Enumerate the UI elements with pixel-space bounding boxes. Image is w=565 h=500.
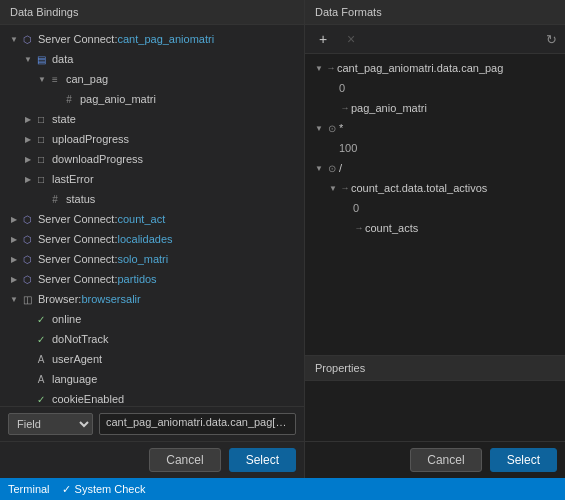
add-format-button[interactable]: + [313,29,333,49]
format-item-r7[interactable]: count_act.data.total_activos [305,178,565,198]
format-item-r4[interactable]: ⊙ * [305,118,565,138]
lasterror-label: lastError [52,173,94,185]
r6-label: / [339,162,342,174]
arrow-right-r7 [339,182,351,194]
tree-item-browser[interactable]: ◫ Browser: browsersalir [0,289,304,309]
check-icon-cookie: ✓ [34,392,48,406]
arrow-r1 [313,62,325,74]
arrow-r7 [327,182,339,194]
tree-item-state[interactable]: □ state [0,109,304,129]
arrow-right-r1 [325,62,337,74]
online-label: online [52,313,81,325]
data-bindings-tree: ⬡ Server Connect: cant_pag_aniomatri ▤ d… [0,25,304,406]
browser-icon: ◫ [20,292,34,306]
status-bar: Terminal ✓ System Check [0,478,565,500]
sc5-link: partidos [117,273,156,285]
tree-item-sc4[interactable]: ⬡ Server Connect: solo_matri [0,249,304,269]
left-panel-buttons: Cancel Select [0,441,304,478]
donottrack-label: doNotTrack [52,333,108,345]
properties-content [305,381,565,441]
tree-item-status[interactable]: # status [0,189,304,209]
format-item-r3[interactable]: pag_anio_matri [305,98,565,118]
cookie-label: cookieEnabled [52,393,124,405]
status-terminal[interactable]: Terminal [8,483,50,495]
field-value-display: cant_pag_aniomatri.data.can_pag[0].pag_a… [99,413,296,435]
arrow-sc2 [8,213,20,225]
tree-item-data1[interactable]: ▤ data [0,49,304,69]
field-bar: Field Expression cant_pag_aniomatri.data… [0,406,304,441]
download-label: downloadProgress [52,153,143,165]
format-item-r9[interactable]: count_acts [305,218,565,238]
tree-item-cookie[interactable]: ✓ cookieEnabled [0,389,304,406]
paganio-label: pag_anio_matri [80,93,156,105]
format-item-r8[interactable]: 0 [305,198,565,218]
tree-item-download[interactable]: □ downloadProgress [0,149,304,169]
left-select-button[interactable]: Select [229,448,296,472]
terminal-label: Terminal [8,483,50,495]
check-icon-online: ✓ [34,312,48,326]
state-icon: □ [34,112,48,126]
arrow-data1 [22,53,34,65]
error-icon: □ [34,172,48,186]
status-system-check[interactable]: ✓ System Check [62,483,146,496]
tree-item-lasterror[interactable]: □ lastError [0,169,304,189]
arrow-browser [8,293,20,305]
format-toolbar: + × ↻ [305,25,565,54]
browser-link: browsersalir [81,293,140,305]
server-icon-sc5: ⬡ [20,272,34,286]
sc3-link: localidades [117,233,172,245]
check-icon-donottrack: ✓ [34,332,48,346]
arrow-lasterror [22,173,34,185]
format-tree: cant_pag_aniomatri.data.can_pag 0 pag_an… [305,54,565,355]
sc2-label: Server Connect: [38,213,117,225]
format-item-r2[interactable]: 0 [305,78,565,98]
right-select-button[interactable]: Select [490,448,557,472]
tree-item-paganio[interactable]: # pag_anio_matri [0,89,304,109]
r8-label: 0 [353,202,359,214]
server-icon-sc3: ⬡ [20,232,34,246]
delete-format-button[interactable]: × [341,29,361,49]
circle-icon-r4: ⊙ [325,121,339,135]
tree-item-language[interactable]: A language [0,369,304,389]
state-label: state [52,113,76,125]
refresh-button[interactable]: ↻ [546,32,557,47]
tree-item-canpag[interactable]: ≡ can_pag [0,69,304,89]
system-check-label: System Check [75,483,146,495]
sc1-label: Server Connect: [38,33,117,45]
format-item-r5[interactable]: 100 [305,138,565,158]
r7-label: count_act.data.total_activos [351,182,487,194]
r1-label: cant_pag_aniomatri.data.can_pag [337,62,503,74]
properties-section: Properties [305,355,565,441]
language-label: language [52,373,97,385]
server-icon-sc1: ⬡ [20,32,34,46]
left-cancel-button[interactable]: Cancel [149,448,220,472]
right-cancel-button[interactable]: Cancel [410,448,481,472]
sc1-link: cant_pag_aniomatri [117,33,214,45]
properties-title: Properties [305,356,565,381]
tree-item-sc2[interactable]: ⬡ Server Connect: count_act [0,209,304,229]
left-panel-title: Data Bindings [0,0,304,25]
tree-item-sc5[interactable]: ⬡ Server Connect: partidos [0,269,304,289]
right-panel-buttons: Cancel Select [305,441,565,478]
sc5-label: Server Connect: [38,273,117,285]
sc3-label: Server Connect: [38,233,117,245]
sc4-link: solo_matri [117,253,168,265]
arrow-right-r3 [339,102,351,114]
arrow-upload [22,133,34,145]
tree-item-useragent[interactable]: A userAgent [0,349,304,369]
format-item-r6[interactable]: ⊙ / [305,158,565,178]
tree-item-sc3[interactable]: ⬡ Server Connect: localidades [0,229,304,249]
tree-item-upload[interactable]: □ uploadProgress [0,129,304,149]
tree-item-online[interactable]: ✓ online [0,309,304,329]
data1-label: data [52,53,73,65]
tree-item-sc1[interactable]: ⬡ Server Connect: cant_pag_aniomatri [0,29,304,49]
arrow-state [22,113,34,125]
arrow-r4 [313,122,325,134]
texta-icon-useragent: A [34,352,48,366]
field-type-select[interactable]: Field Expression [8,413,93,435]
tree-item-donottrack[interactable]: ✓ doNotTrack [0,329,304,349]
format-item-r1[interactable]: cant_pag_aniomatri.data.can_pag [305,58,565,78]
server-icon-sc4: ⬡ [20,252,34,266]
hash-icon-paganio: # [62,92,76,106]
download-icon: □ [34,152,48,166]
